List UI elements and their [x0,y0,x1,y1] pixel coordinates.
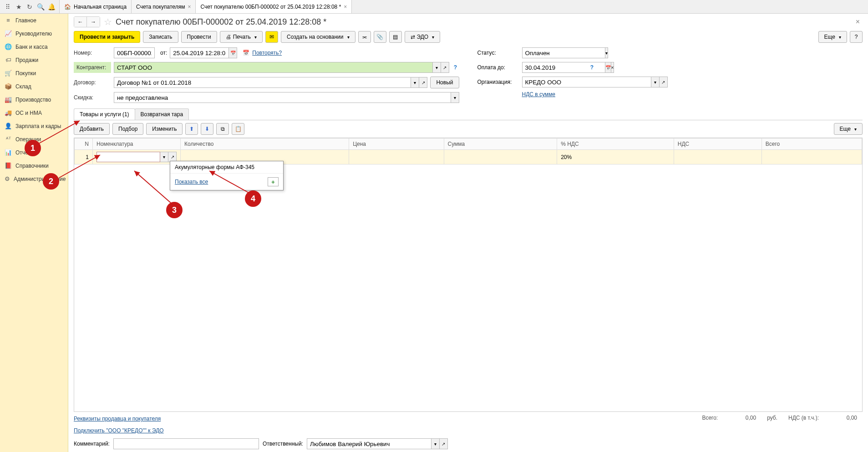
open-icon[interactable]: ↗ [441,62,449,73]
sidebar-item-4[interactable]: 🛒Покупки [0,67,68,80]
sidebar-item-11[interactable]: 📕Справочники [0,159,68,172]
dropdown-icon[interactable]: ▾ [160,152,168,162]
sidebar-item-6[interactable]: 🏭Производство [0,93,68,106]
sidebar-item-3[interactable]: 🏷Продажи [0,53,68,67]
help-icon[interactable]: ? [589,64,596,71]
status-field[interactable] [522,47,605,58]
dropdown-icon[interactable]: ▾ [431,438,440,449]
sidebar-item-1[interactable]: 📈Руководителю [0,27,68,40]
submit-button[interactable]: Провести [181,31,217,43]
add-button[interactable]: Добавить [74,123,110,135]
sidebar-item-5[interactable]: 📦Склад [0,80,68,93]
close-icon[interactable]: × [188,4,191,10]
tab-home[interactable]: 🏠 Начальная страница [59,0,132,13]
tab-goods[interactable]: Товары и услуги (1) [74,108,135,120]
new-button[interactable]: Новый [430,77,459,88]
close-icon[interactable]: × [344,4,347,10]
open-icon[interactable]: ↗ [419,77,427,88]
number-field[interactable] [114,47,155,58]
dropdown-icon[interactable]: ▾ [411,77,419,88]
show-all-link[interactable]: Показать все [175,179,208,185]
sidebar-icon: 📈 [5,30,12,37]
star-icon[interactable]: ★ [13,1,24,12]
dropdown-icon[interactable]: ▾ [605,47,608,58]
select-button[interactable]: Подбор [112,123,143,135]
related-button[interactable]: ⫘ [358,31,371,43]
favorite-icon[interactable]: ☆ [104,16,112,27]
close-button[interactable]: × [853,18,863,26]
create-base-button[interactable]: Создать на основании [281,31,355,43]
copy-icon[interactable]: ⧉ [216,123,229,135]
move-up-icon[interactable]: ⬆ [185,123,198,135]
contractor-field[interactable] [114,62,433,73]
responsible-field[interactable] [307,438,431,449]
cell-vat-pct[interactable]: 20% [557,150,674,164]
mail-button[interactable]: ✉ [265,31,278,43]
history-icon[interactable]: ↻ [24,1,35,12]
annotation-4: 4 [245,190,261,207]
sidebar-item-0[interactable]: ≡Главное [0,14,68,27]
tab-tara[interactable]: Возвратная тара [135,108,189,120]
clear-icon[interactable]: × [611,62,614,73]
cell-nomen[interactable]: ▾ ↗ [93,150,181,164]
org-field[interactable] [522,77,651,87]
sidebar-icon: ≡ [5,17,12,24]
edo-connect-link[interactable]: Подключить "ООО "КРЕДО"" к ЭДО [74,427,164,434]
dropdown-icon[interactable]: ▾ [451,92,459,103]
add-nomen-button[interactable]: + [268,177,279,186]
tab-invoices[interactable]: Счета покупателям × [132,0,196,13]
discount-field[interactable] [114,92,451,103]
top-toolbar: ⠿ ★ ↻ 🔍 🔔 🏠 Начальная страница Счета пок… [0,0,868,14]
bell-icon[interactable]: 🔔 [46,1,57,12]
calendar-icon[interactable]: 📅 [229,47,237,58]
nomen-input[interactable] [96,152,160,162]
sidebar-label: Покупки [15,70,36,77]
help-button[interactable]: ? [850,31,863,43]
comment-field[interactable] [113,438,259,449]
date-field[interactable] [170,47,229,58]
tab-current-invoice[interactable]: Счет покупателю 00БП-000002 от 25.04.201… [196,0,352,13]
contract-field[interactable] [114,77,411,88]
cell-vat[interactable] [674,150,761,164]
help-icon[interactable]: ? [452,64,459,71]
sidebar-item-8[interactable]: 👤Зарплата и кадры [0,119,68,133]
col-qty: Количество [181,139,349,150]
cell-sum[interactable] [444,150,557,164]
dropdown-icon[interactable]: ▾ [651,77,660,87]
paste-icon[interactable]: 📋 [232,123,244,135]
open-icon[interactable]: ↗ [440,438,448,449]
open-icon[interactable]: ↗ [660,77,668,87]
cell-total[interactable] [761,150,862,164]
change-button[interactable]: Изменить [146,123,183,135]
dropdown-icon[interactable]: ▾ [433,62,441,73]
back-button[interactable]: ← [74,17,87,27]
edo-button[interactable]: ⇄ ЭДО [405,31,441,43]
sidebar-label: Банк и касса [15,44,48,50]
more-button[interactable]: Еще [818,31,847,43]
vat-link[interactable]: НДС в сумме [522,91,556,98]
submit-close-button[interactable]: Провести и закрыть [74,31,140,43]
dropdown-item[interactable]: Акумуляторные формы АФ-345 [170,161,283,173]
cell-price[interactable] [349,150,444,164]
search-icon[interactable]: 🔍 [35,1,46,12]
repeat-link[interactable]: Повторять? [252,50,282,56]
calendar-icon[interactable]: 📅 [605,62,611,73]
table-more-button[interactable]: Еще [834,123,863,135]
sidebar-item-7[interactable]: 🚚ОС и НМА [0,106,68,119]
nav-arrows: ← → [74,16,100,27]
report-icon[interactable]: ▤ [389,31,402,43]
sidebar-label: Склад [15,83,31,90]
col-vat-pct: % НДС [557,139,674,150]
sidebar-label: Руководителю [15,31,52,37]
apps-icon[interactable]: ⠿ [2,1,13,12]
attach-icon[interactable]: 📎 [374,31,386,43]
seller-details-link[interactable]: Реквизиты продавца и покупателя [74,416,161,422]
col-nomen: Номенклатура [93,139,181,150]
sidebar-item-2[interactable]: 🌐Банк и касса [0,40,68,53]
print-button[interactable]: 🖨 Печать [220,31,263,43]
vat-label: НДС (в т.ч.): [788,415,819,421]
contractor-label: Контрагент: [74,62,111,73]
save-button[interactable]: Записать [143,31,178,43]
move-down-icon[interactable]: ⬇ [201,123,213,135]
forward-button[interactable]: → [87,17,100,27]
